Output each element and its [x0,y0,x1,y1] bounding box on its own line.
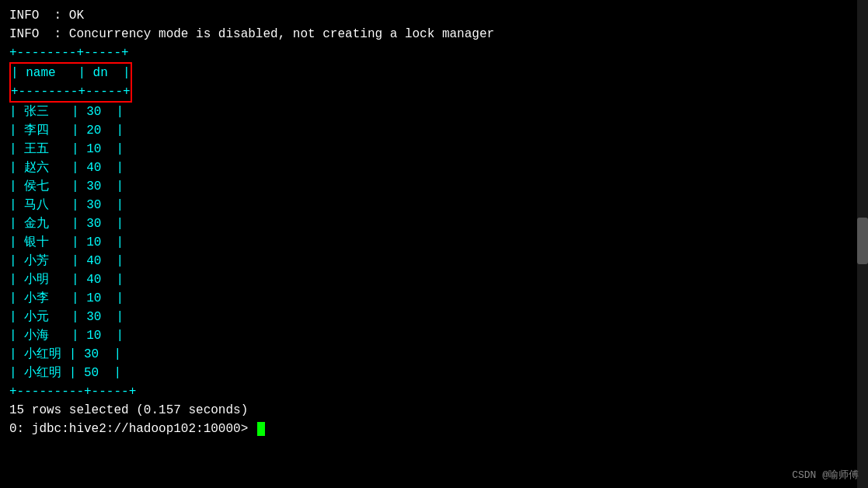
table-row: | 侯七 | 30 | [9,177,859,196]
terminal-prompt[interactable]: 0: jdbc:hive2://hadoop102:10000> [9,420,859,438]
table-row: | 张三 | 30 | [9,103,859,121]
table-row: | 李四 | 20 | [9,121,859,140]
terminal-window: INFO : OK INFO : Concurrency mode is dis… [0,0,868,488]
scrollbar-thumb[interactable] [857,218,868,264]
table-header-row: | name | dn | [11,64,131,82]
info-line-1: INFO : OK [9,6,859,25]
table-row: | 马八 | 30 | [9,196,859,214]
table-row: | 小红明 | 30 | [9,345,859,364]
scrollbar[interactable] [857,0,868,488]
watermark: CSDN @喻师傅 [792,468,859,482]
table-row: | 小元 | 30 | [9,308,859,326]
table-header-box: | name | dn | +--------+-----+ [9,62,132,103]
table-row: | 金九 | 30 | [9,214,859,233]
table-border-top: +--------+-----+ [9,44,132,62]
table-row: | 小芳 | 40 | [9,252,859,270]
table-row: | 王五 | 10 | [9,140,859,159]
table-row: | 小明 | 40 | [9,270,859,289]
table-row: | 小红明 | 50 | [9,364,859,382]
table-row: | 赵六 | 40 | [9,159,859,177]
table-row: | 银十 | 10 | [9,233,859,252]
table-border-mid: +--------+-----+ [11,82,131,101]
info-line-2: INFO : Concurrency mode is disabled, not… [9,25,859,44]
prompt-text: 0: jdbc:hive2://hadoop102:10000> [9,420,256,438]
table-border-bottom: +---------+-----+ [9,382,859,401]
table-row: | 小海 | 10 | [9,326,859,345]
terminal-cursor [257,422,265,436]
table-row: | 小李 | 10 | [9,289,859,308]
rows-summary: 15 rows selected (0.157 seconds) [9,401,859,420]
